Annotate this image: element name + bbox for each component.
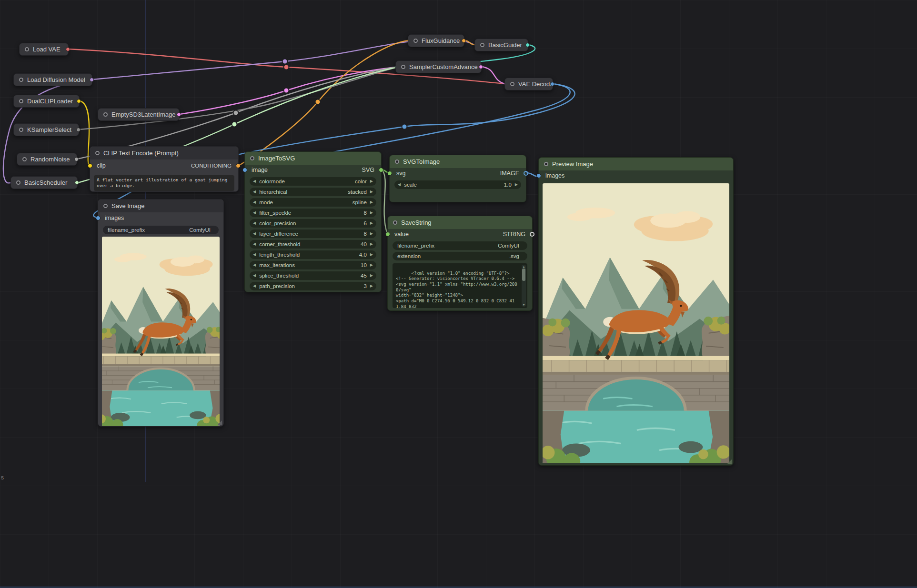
widget-hierarchical[interactable]: ◀ hierarchical stacked ▶ [250,188,376,196]
reroute-dot[interactable] [402,124,407,130]
node-load-vae[interactable]: Load VAE [19,43,69,56]
scroll-down-icon[interactable]: ▼ [523,303,525,306]
node-clip-text-encode[interactable]: CLIP Text Encode (Prompt) clip CONDITION… [90,146,239,192]
reroute-dot[interactable] [282,59,288,64]
widget-mode[interactable]: ◀ mode spline ▶ [250,198,376,207]
reroute-dot[interactable] [232,122,237,127]
node-header[interactable]: SVGToImage [390,155,526,168]
node-header[interactable]: CLIP Text Encode (Prompt) [90,147,238,159]
stepper-right-icon[interactable]: ▶ [370,263,373,267]
stepper-left-icon[interactable]: ◀ [253,242,256,246]
collapse-dot-icon[interactable] [95,151,100,155]
node-graph-canvas[interactable]: s Load VAE Load Diffusion Model DualCLIP… [0,0,917,588]
wire-latent-in[interactable] [180,67,395,114]
node-save-string[interactable]: SaveString value STRING filename_prefix … [387,216,533,311]
stepper-right-icon[interactable]: ▶ [370,179,373,183]
wire-conditioning[interactable] [239,40,408,166]
node-image-to-svg[interactable]: ImageToSVG image SVG ◀ colormode color ▶… [244,151,382,292]
collapse-dot-icon[interactable] [19,78,23,82]
node-sampler-custom-advance[interactable]: SamplerCustomAdvance [395,60,482,73]
node-header[interactable]: SaveString [388,216,532,229]
node-header[interactable]: Save Image [98,199,223,212]
collapse-dot-icon[interactable] [480,43,484,47]
node-save-image[interactable]: Save Image images filename_prefix ComfyU… [98,199,224,427]
output-port-image[interactable] [524,171,528,176]
output-port-sigmas[interactable] [75,180,79,185]
wire-guidance-link[interactable] [464,40,474,45]
node-load-diffusion-model[interactable]: Load Diffusion Model [13,73,92,86]
stepper-left-icon[interactable]: ◀ [253,211,256,215]
output-port-latent[interactable] [479,65,483,69]
stepper-left-icon[interactable]: ◀ [253,284,256,288]
reroute-dot[interactable] [284,65,289,70]
stepper-left-icon[interactable]: ◀ [253,221,256,225]
widget-layer-difference[interactable]: ◀ layer_difference 8 ▶ [250,229,376,238]
stepper-left-icon[interactable]: ◀ [253,253,256,257]
stepper-left-icon[interactable]: ◀ [253,274,256,278]
collapse-dot-icon[interactable] [401,65,405,69]
output-port-conditioning[interactable] [236,163,241,168]
string-text-widget[interactable]: <?xml version="1.0" encoding="UTF-8"?> <… [393,263,527,308]
input-port-svg[interactable] [387,171,392,176]
output-port-sampler[interactable] [76,128,81,132]
input-port-images[interactable] [536,173,541,178]
stepper-left-icon[interactable]: ◀ [253,263,256,267]
widget-splice-threshold[interactable]: ◀ splice_threshold 45 ▶ [250,271,376,280]
node-vae-decode[interactable]: VAE Decode [504,78,553,90]
output-port-noise[interactable] [74,157,79,161]
reroute-dot[interactable] [315,100,321,105]
stepper-left-icon[interactable]: ◀ [398,183,401,187]
reroute-dot[interactable] [233,110,239,116]
scrollbar[interactable]: ▲ ▼ [522,265,526,307]
collapse-dot-icon[interactable] [413,39,418,43]
widget-path-precision[interactable]: ◀ path_precision 3 ▶ [250,282,376,290]
prompt-text-widget[interactable]: A flat vector art illustration of a goat… [94,175,234,191]
stepper-right-icon[interactable]: ▶ [370,200,373,204]
widget-length-threshold[interactable]: ◀ length_threshold 4.0 ▶ [250,250,376,259]
stepper-right-icon[interactable]: ▶ [370,211,373,215]
node-header[interactable]: ImageToSVG [245,152,381,165]
output-port-clip[interactable] [77,99,81,103]
stepper-right-icon[interactable]: ▶ [370,274,373,278]
wire-svg-to-string[interactable] [382,169,387,234]
scroll-up-icon[interactable]: ▲ [523,265,525,268]
widget-color-precision[interactable]: ◀ color_precision 6 ▶ [250,219,376,228]
resize-handle[interactable] [727,459,732,464]
node-header[interactable]: Preview Image [539,158,733,170]
collapse-dot-icon[interactable] [510,82,514,86]
output-port-model[interactable] [90,78,94,82]
stepper-left-icon[interactable]: ◀ [253,232,256,236]
stepper-right-icon[interactable]: ▶ [370,284,373,288]
resize-handle[interactable] [218,420,222,425]
collapse-dot-icon[interactable] [393,220,397,225]
collapse-dot-icon[interactable] [250,156,254,160]
node-ksampler-select[interactable]: KSamplerSelect [13,123,79,136]
reroute-dot[interactable] [284,88,289,93]
wire-clip[interactable] [80,101,90,166]
node-dual-clip-loader[interactable]: DualCLIPLoader [13,95,80,108]
node-svg-to-image[interactable]: SVGToImage svg IMAGE ◀ scale 1.0 ▶ [389,155,526,202]
widget-corner-threshold[interactable]: ◀ corner_threshold 40 ▶ [250,240,376,249]
input-port-clip[interactable] [88,163,92,168]
scrollbar-thumb[interactable] [522,269,525,281]
collapse-dot-icon[interactable] [19,128,23,132]
stepper-right-icon[interactable]: ▶ [370,190,373,194]
node-random-noise[interactable]: RandomNoise [17,153,77,166]
stepper-left-icon[interactable]: ◀ [253,179,256,183]
node-flux-guidance[interactable]: FluxGuidance [408,34,464,47]
collapse-dot-icon[interactable] [25,47,29,51]
collapse-dot-icon[interactable] [103,112,108,117]
widget-filename-prefix[interactable]: filename_prefix ComfyUI [103,226,219,234]
stepper-left-icon[interactable]: ◀ [253,190,256,194]
stepper-right-icon[interactable]: ▶ [370,253,373,257]
output-port-guider[interactable] [525,43,530,47]
node-basic-guider[interactable]: BasicGuider [474,39,528,51]
widget-filter-speckle[interactable]: ◀ filter_speckle 8 ▶ [250,209,376,217]
stepper-right-icon[interactable]: ▶ [370,232,373,236]
output-port-svg[interactable] [379,168,383,172]
input-port-value[interactable] [385,232,390,237]
stepper-left-icon[interactable]: ◀ [253,200,256,204]
collapse-dot-icon[interactable] [16,180,20,185]
wire-latent-out[interactable] [482,67,504,84]
input-port-image[interactable] [242,168,247,172]
